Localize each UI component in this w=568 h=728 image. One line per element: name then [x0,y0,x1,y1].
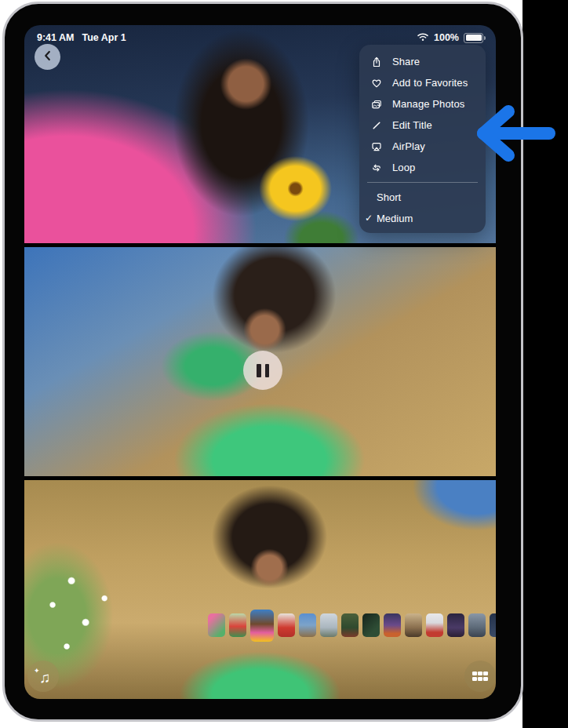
options-menu: Share Add to Favorites [359,45,486,233]
menu-item-manage-photos[interactable]: Manage Photos [359,93,486,115]
filmstrip-thumb[interactable] [341,613,359,637]
filmstrip[interactable] [208,608,496,642]
ipad-screen: 9:41 AM Tue Apr 1 100% [24,25,496,699]
menu-item-short[interactable]: Short [359,187,486,208]
photos-stack-icon [369,99,384,110]
menu-item-medium[interactable]: ✓ Medium [359,208,486,229]
loop-icon [369,162,384,173]
menu-separator [367,182,478,183]
grid-icon [472,672,488,682]
menu-item-add-to-favorites[interactable]: Add to Favorites [359,72,486,93]
filmstrip-thumb[interactable] [362,613,380,637]
heart-icon [369,78,384,89]
battery-icon [464,33,483,43]
menu-item-label: Share [392,56,420,67]
ipad-device-frame: 9:41 AM Tue Apr 1 100% [2,2,523,722]
filmstrip-thumb[interactable] [208,613,225,637]
filmstrip-thumb[interactable] [490,613,496,637]
filmstrip-thumb[interactable] [405,613,422,637]
filmstrip-thumb[interactable] [320,613,337,637]
chevron-left-icon [41,49,55,65]
filmstrip-thumb[interactable] [229,613,246,637]
menu-item-airplay[interactable]: AirPlay [359,136,486,157]
menu-item-label: Edit Title [392,119,432,131]
menu-item-label: Add to Favorites [392,77,468,89]
menu-item-label: Medium [377,213,413,224]
filmstrip-thumb[interactable] [426,613,443,637]
callout-arrow-icon [471,102,568,165]
menu-item-label: Manage Photos [392,98,464,110]
back-button[interactable] [35,44,60,70]
sparkle-icon: ✦ [34,667,40,675]
grid-view-button[interactable] [464,661,496,692]
filmstrip-thumb[interactable] [278,613,295,637]
airplay-icon [369,141,384,152]
menu-item-share[interactable]: Share [359,51,486,72]
checkmark-icon: ✓ [365,213,373,224]
music-note-icon: ♫ [39,670,50,685]
filmstrip-thumb[interactable] [468,613,486,637]
menu-item-label: AirPlay [392,140,425,152]
filmstrip-thumb[interactable] [250,610,274,642]
pencil-icon [369,120,384,131]
memory-mix-button[interactable]: ♫ ✦ [27,661,59,692]
page-background: 9:41 AM Tue Apr 1 100% [0,0,568,728]
share-icon [369,56,384,67]
status-time: 9:41 AM [37,32,74,43]
menu-item-label: Loop [392,162,415,173]
status-date: Tue Apr 1 [82,32,126,43]
menu-item-loop[interactable]: Loop [359,157,486,178]
status-bar: 9:41 AM Tue Apr 1 100% [24,30,496,46]
wifi-icon [417,32,429,44]
pause-button[interactable] [243,351,282,390]
menu-item-label: Short [377,191,401,203]
filmstrip-thumb[interactable] [384,613,401,637]
filmstrip-thumb[interactable] [299,613,316,637]
filmstrip-thumb[interactable] [447,613,464,637]
battery-percent: 100% [434,32,459,43]
pause-icon [257,364,261,377]
memory-photo-bottom[interactable] [24,480,496,699]
menu-item-edit-title[interactable]: Edit Title [359,115,486,136]
